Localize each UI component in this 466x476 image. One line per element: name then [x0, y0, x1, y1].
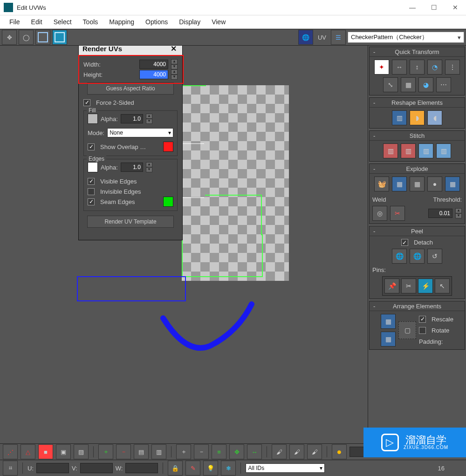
rotate-tool[interactable]: ◯	[19, 30, 34, 45]
btn-c[interactable]: ≡	[212, 444, 226, 459]
peel-b1[interactable]: 🌐	[392, 249, 407, 264]
pin-1[interactable]: 📌	[384, 279, 399, 293]
light-button[interactable]: 💡	[203, 461, 218, 476]
arrange-header[interactable]: Arrange Elements	[370, 301, 465, 311]
fill-alpha-spinner[interactable]: ▲▼	[146, 114, 152, 124]
explode-b3[interactable]: ▦	[410, 177, 425, 191]
explode-basket[interactable]: 🧺	[374, 177, 389, 191]
uv-viewport[interactable]: Render UVs ✕ Width: 4000 ▲▼ Height: 4000…	[0, 46, 368, 443]
seam-edges-check[interactable]	[88, 198, 95, 205]
overlap-color-swatch[interactable]	[163, 142, 173, 152]
weld-break[interactable]: ✂	[390, 206, 405, 221]
menu-tools[interactable]: Tools	[77, 16, 104, 27]
width-spinner[interactable]: ▲▼	[171, 59, 178, 69]
list-icon-button[interactable]: ☰	[331, 30, 346, 45]
uv-outline[interactable]	[205, 195, 262, 235]
fill-color-swatch[interactable]	[88, 114, 98, 124]
menu-mapping[interactable]: Mapping	[103, 16, 140, 27]
menu-options[interactable]: Options	[140, 16, 173, 27]
paint-sel3[interactable]: 🖌	[307, 444, 322, 459]
maximize-button[interactable]: ☐	[423, 0, 445, 15]
shrink-sel[interactable]: －	[116, 444, 131, 459]
ring-sel[interactable]: ▤	[134, 444, 149, 459]
seam-color-swatch[interactable]	[163, 197, 173, 207]
freeform-tool[interactable]	[52, 30, 67, 45]
paint-sel[interactable]: 🖌	[272, 444, 287, 459]
guess-aspect-button[interactable]: Guess Aspect Ratio	[87, 82, 174, 95]
menu-edit[interactable]: Edit	[26, 16, 48, 27]
paint-sel2[interactable]: 🖌	[289, 444, 304, 459]
uv-outline[interactable]	[182, 234, 263, 277]
loop-sel[interactable]: ▥	[151, 444, 166, 459]
menu-view[interactable]: View	[206, 16, 231, 27]
stitch-header[interactable]: Stitch	[370, 131, 465, 141]
menu-display[interactable]: Display	[173, 16, 206, 27]
qt-flip-v-button[interactable]: ↕	[410, 60, 425, 75]
stitch-1[interactable]: ▥	[383, 143, 398, 158]
invisible-edges-check[interactable]	[88, 188, 95, 195]
pin-2[interactable]: ✂	[401, 279, 416, 293]
qt-dist-v-button[interactable]: ⋯	[436, 77, 451, 92]
reshape-3[interactable]: ◖	[427, 110, 442, 125]
arrange-pack2[interactable]: ▦	[381, 332, 396, 347]
sel-edge[interactable]: △	[21, 444, 35, 459]
matid-dropdown[interactable]: All IDs	[246, 463, 325, 473]
sel-face[interactable]: ■	[38, 444, 53, 459]
v-input[interactable]	[80, 463, 113, 473]
reshape-2[interactable]: ◗	[410, 110, 425, 125]
minimize-button[interactable]: —	[402, 0, 423, 15]
explode-sphere[interactable]: ●	[427, 177, 442, 191]
threshold-spinner[interactable]: ▲▼	[455, 208, 462, 218]
height-input[interactable]: 4000	[139, 70, 168, 79]
pin-3[interactable]: ⚡	[418, 279, 433, 293]
close-button[interactable]: ✕	[445, 0, 466, 15]
snap-toggle[interactable]: ⌗	[3, 461, 18, 476]
menu-select[interactable]: Select	[48, 16, 77, 27]
u-input[interactable]	[36, 463, 69, 473]
threshold-input[interactable]: 0.01	[428, 209, 452, 218]
sel-poly[interactable]: ▨	[74, 444, 89, 459]
brush-button[interactable]: ✎	[185, 461, 200, 476]
edge-color-swatch[interactable]	[88, 162, 98, 172]
explode-b2[interactable]: ▦	[392, 177, 407, 191]
explode-b4[interactable]: ▦	[445, 177, 460, 191]
reshape-1[interactable]: ▥	[392, 110, 407, 125]
freeze-button[interactable]: ❄	[221, 461, 236, 476]
qt-align-button[interactable]: ✦	[374, 60, 389, 75]
stitch-4[interactable]: ▥	[436, 143, 451, 158]
texture-dropdown[interactable]: CheckerPattern（Checker）	[348, 32, 464, 43]
btn-d[interactable]: ✥	[229, 444, 244, 459]
soft-falloff[interactable]: ●	[332, 444, 347, 459]
stitch-2[interactable]: ▥	[401, 143, 416, 158]
force2sided-check[interactable]	[83, 99, 90, 106]
width-input[interactable]: 4000	[139, 60, 168, 69]
qt-dist-h-button[interactable]: ⋮	[445, 60, 460, 75]
lock-button[interactable]: 🔒	[168, 461, 183, 476]
btn-b[interactable]: －	[194, 444, 209, 459]
globe-tool[interactable]: 🌐	[298, 30, 313, 45]
stitch-3[interactable]: ▥	[418, 143, 433, 158]
btn-e[interactable]: ↔	[247, 444, 262, 459]
qt-flip-h-button[interactable]: ↔	[392, 60, 407, 75]
edge-alpha-input[interactable]: 1.0	[121, 163, 143, 172]
menu-file[interactable]: File	[4, 16, 26, 27]
render-uv-template-button[interactable]: Render UV Template	[87, 216, 174, 228]
arrange-pack1[interactable]: ▦	[381, 314, 396, 329]
grow-sel[interactable]: ＋	[98, 444, 113, 459]
qt-rot90-button[interactable]: ◔	[427, 60, 442, 75]
edge-alpha-spinner[interactable]: ▲▼	[146, 162, 152, 172]
fill-alpha-input[interactable]: 1.0	[121, 114, 143, 123]
reshape-header[interactable]: Reshape Elements	[370, 98, 465, 108]
rescale-check[interactable]	[419, 316, 426, 323]
qt-btn3[interactable]: ▦	[401, 77, 416, 92]
qt-rot-neg-button[interactable]: ◕	[418, 77, 433, 92]
w-input[interactable]	[125, 463, 158, 473]
detach-check[interactable]	[401, 239, 408, 246]
scale-tool[interactable]	[35, 30, 50, 45]
visible-edges-check[interactable]	[88, 178, 95, 185]
panel-close-button[interactable]: ✕	[171, 46, 177, 53]
peel-header[interactable]: Peel	[370, 226, 465, 236]
height-spinner[interactable]: ▲▼	[171, 69, 178, 80]
show-overlap-check[interactable]	[88, 143, 95, 150]
weld-target[interactable]: ◎	[372, 206, 387, 221]
